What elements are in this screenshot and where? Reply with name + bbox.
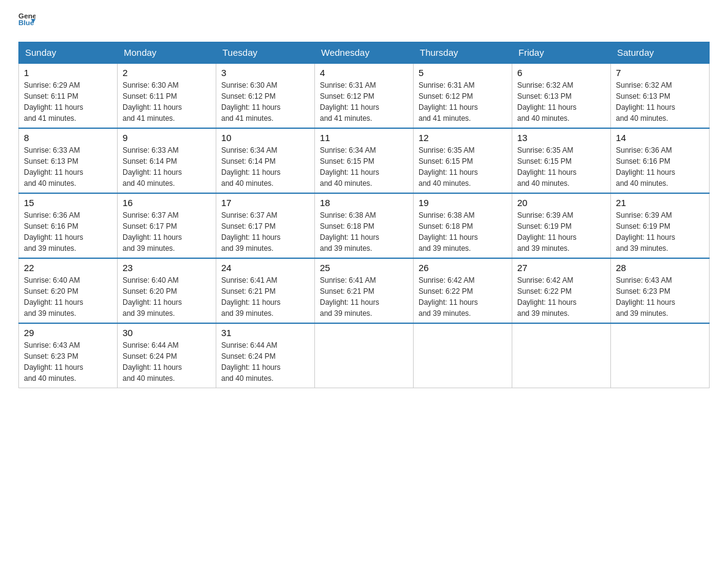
day-number: 5 <box>419 67 507 78</box>
day-info: Sunrise: 6:34 AMSunset: 6:14 PMDaylight:… <box>221 145 309 189</box>
day-number: 31 <box>221 327 309 338</box>
day-number: 20 <box>517 197 605 208</box>
day-info: Sunrise: 6:39 AMSunset: 6:19 PMDaylight:… <box>517 210 605 254</box>
header-saturday: Saturday <box>611 42 710 64</box>
calendar-cell <box>611 323 710 388</box>
day-number: 2 <box>123 67 211 78</box>
day-number: 11 <box>320 132 408 143</box>
calendar-cell: 13Sunrise: 6:35 AMSunset: 6:15 PMDayligh… <box>512 128 611 193</box>
day-number: 19 <box>419 197 507 208</box>
day-number: 21 <box>616 197 704 208</box>
day-number: 13 <box>517 132 605 143</box>
header-thursday: Thursday <box>414 42 512 64</box>
calendar-cell: 27Sunrise: 6:42 AMSunset: 6:22 PMDayligh… <box>512 258 611 323</box>
day-info: Sunrise: 6:33 AMSunset: 6:14 PMDaylight:… <box>123 145 211 189</box>
calendar-cell: 20Sunrise: 6:39 AMSunset: 6:19 PMDayligh… <box>512 193 611 258</box>
calendar-cell: 4Sunrise: 6:31 AMSunset: 6:12 PMDaylight… <box>315 63 414 128</box>
day-number: 18 <box>320 197 408 208</box>
day-number: 15 <box>24 197 112 208</box>
day-info: Sunrise: 6:42 AMSunset: 6:22 PMDaylight:… <box>517 275 605 319</box>
calendar-table: SundayMondayTuesdayWednesdayThursdayFrid… <box>18 42 710 388</box>
calendar-cell: 24Sunrise: 6:41 AMSunset: 6:21 PMDayligh… <box>216 258 315 323</box>
calendar-cell: 6Sunrise: 6:32 AMSunset: 6:13 PMDaylight… <box>512 63 611 128</box>
day-info: Sunrise: 6:41 AMSunset: 6:21 PMDaylight:… <box>320 275 408 319</box>
day-info: Sunrise: 6:30 AMSunset: 6:12 PMDaylight:… <box>221 80 309 124</box>
calendar-cell: 10Sunrise: 6:34 AMSunset: 6:14 PMDayligh… <box>216 128 315 193</box>
calendar-cell: 19Sunrise: 6:38 AMSunset: 6:18 PMDayligh… <box>414 193 512 258</box>
day-info: Sunrise: 6:35 AMSunset: 6:15 PMDaylight:… <box>517 145 605 189</box>
day-info: Sunrise: 6:42 AMSunset: 6:22 PMDaylight:… <box>419 275 507 319</box>
day-info: Sunrise: 6:44 AMSunset: 6:24 PMDaylight:… <box>221 340 309 384</box>
day-info: Sunrise: 6:30 AMSunset: 6:11 PMDaylight:… <box>123 80 211 124</box>
day-number: 6 <box>517 67 605 78</box>
day-info: Sunrise: 6:31 AMSunset: 6:12 PMDaylight:… <box>320 80 408 124</box>
calendar-cell: 1Sunrise: 6:29 AMSunset: 6:11 PMDaylight… <box>19 63 118 128</box>
logo: General Blue <box>18 12 36 29</box>
header-sunday: Sunday <box>19 42 118 64</box>
day-info: Sunrise: 6:44 AMSunset: 6:24 PMDaylight:… <box>123 340 211 384</box>
day-number: 1 <box>24 67 112 78</box>
day-number: 7 <box>616 67 704 78</box>
calendar-cell: 23Sunrise: 6:40 AMSunset: 6:20 PMDayligh… <box>118 258 216 323</box>
calendar-cell: 29Sunrise: 6:43 AMSunset: 6:23 PMDayligh… <box>19 323 118 388</box>
calendar-cell: 2Sunrise: 6:30 AMSunset: 6:11 PMDaylight… <box>118 63 216 128</box>
day-info: Sunrise: 6:36 AMSunset: 6:16 PMDaylight:… <box>616 145 704 189</box>
logo-graphic: General Blue <box>18 12 36 29</box>
day-number: 12 <box>419 132 507 143</box>
header-friday: Friday <box>512 42 611 64</box>
day-info: Sunrise: 6:43 AMSunset: 6:23 PMDaylight:… <box>616 275 704 319</box>
calendar-cell: 8Sunrise: 6:33 AMSunset: 6:13 PMDaylight… <box>19 128 118 193</box>
day-number: 28 <box>616 262 704 273</box>
calendar-cell: 16Sunrise: 6:37 AMSunset: 6:17 PMDayligh… <box>118 193 216 258</box>
day-number: 22 <box>24 262 112 273</box>
calendar-cell: 12Sunrise: 6:35 AMSunset: 6:15 PMDayligh… <box>414 128 512 193</box>
day-number: 8 <box>24 132 112 143</box>
day-info: Sunrise: 6:37 AMSunset: 6:17 PMDaylight:… <box>123 210 211 254</box>
calendar-cell: 18Sunrise: 6:38 AMSunset: 6:18 PMDayligh… <box>315 193 414 258</box>
calendar-cell: 26Sunrise: 6:42 AMSunset: 6:22 PMDayligh… <box>414 258 512 323</box>
day-number: 25 <box>320 262 408 273</box>
page-header: General Blue <box>18 12 710 29</box>
day-info: Sunrise: 6:32 AMSunset: 6:13 PMDaylight:… <box>616 80 704 124</box>
day-number: 17 <box>221 197 309 208</box>
calendar-cell: 22Sunrise: 6:40 AMSunset: 6:20 PMDayligh… <box>19 258 118 323</box>
day-number: 10 <box>221 132 309 143</box>
header-wednesday: Wednesday <box>315 42 414 64</box>
calendar-cell: 11Sunrise: 6:34 AMSunset: 6:15 PMDayligh… <box>315 128 414 193</box>
calendar-cell: 25Sunrise: 6:41 AMSunset: 6:21 PMDayligh… <box>315 258 414 323</box>
calendar-cell: 3Sunrise: 6:30 AMSunset: 6:12 PMDaylight… <box>216 63 315 128</box>
calendar-cell <box>315 323 414 388</box>
calendar-cell: 21Sunrise: 6:39 AMSunset: 6:19 PMDayligh… <box>611 193 710 258</box>
day-info: Sunrise: 6:39 AMSunset: 6:19 PMDaylight:… <box>616 210 704 254</box>
day-number: 3 <box>221 67 309 78</box>
day-number: 27 <box>517 262 605 273</box>
calendar-cell: 14Sunrise: 6:36 AMSunset: 6:16 PMDayligh… <box>611 128 710 193</box>
day-number: 24 <box>221 262 309 273</box>
day-info: Sunrise: 6:33 AMSunset: 6:13 PMDaylight:… <box>24 145 112 189</box>
calendar-cell <box>512 323 611 388</box>
calendar-cell: 31Sunrise: 6:44 AMSunset: 6:24 PMDayligh… <box>216 323 315 388</box>
day-number: 9 <box>123 132 211 143</box>
calendar-cell: 9Sunrise: 6:33 AMSunset: 6:14 PMDaylight… <box>118 128 216 193</box>
day-info: Sunrise: 6:37 AMSunset: 6:17 PMDaylight:… <box>221 210 309 254</box>
day-number: 16 <box>123 197 211 208</box>
day-number: 29 <box>24 327 112 338</box>
calendar-cell: 30Sunrise: 6:44 AMSunset: 6:24 PMDayligh… <box>118 323 216 388</box>
day-info: Sunrise: 6:43 AMSunset: 6:23 PMDaylight:… <box>24 340 112 384</box>
day-number: 26 <box>419 262 507 273</box>
day-info: Sunrise: 6:34 AMSunset: 6:15 PMDaylight:… <box>320 145 408 189</box>
header-tuesday: Tuesday <box>216 42 315 64</box>
day-info: Sunrise: 6:35 AMSunset: 6:15 PMDaylight:… <box>419 145 507 189</box>
day-info: Sunrise: 6:31 AMSunset: 6:12 PMDaylight:… <box>419 80 507 124</box>
header-monday: Monday <box>118 42 216 64</box>
calendar-cell: 7Sunrise: 6:32 AMSunset: 6:13 PMDaylight… <box>611 63 710 128</box>
day-number: 30 <box>123 327 211 338</box>
svg-text:Blue: Blue <box>18 18 34 27</box>
calendar-cell: 17Sunrise: 6:37 AMSunset: 6:17 PMDayligh… <box>216 193 315 258</box>
calendar-cell <box>414 323 512 388</box>
calendar-cell: 5Sunrise: 6:31 AMSunset: 6:12 PMDaylight… <box>414 63 512 128</box>
day-info: Sunrise: 6:36 AMSunset: 6:16 PMDaylight:… <box>24 210 112 254</box>
day-number: 14 <box>616 132 704 143</box>
day-number: 23 <box>123 262 211 273</box>
day-info: Sunrise: 6:38 AMSunset: 6:18 PMDaylight:… <box>320 210 408 254</box>
